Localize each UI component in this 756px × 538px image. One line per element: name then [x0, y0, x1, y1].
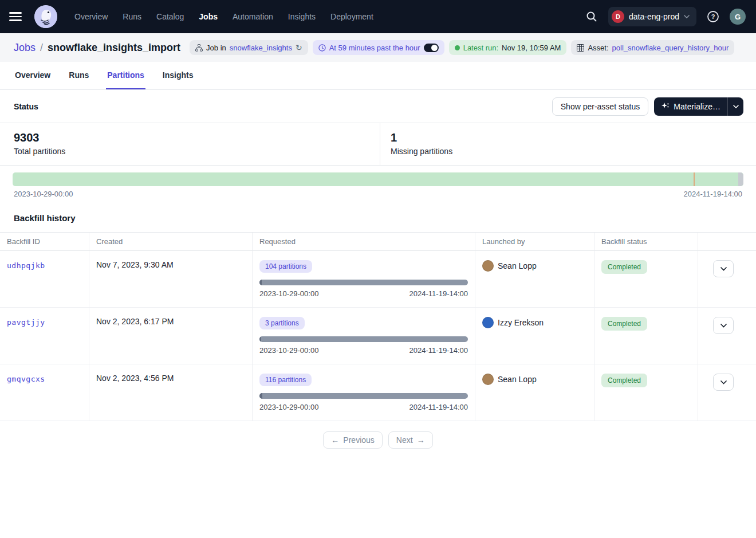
status-section-header: Status Show per-asset status Materialize…: [0, 90, 756, 123]
health-range-start: 2023-10-29-00:00: [14, 190, 73, 198]
backfill-status-cell: Completed: [594, 308, 698, 364]
range-start: 2023-10-29-00:00: [259, 403, 318, 411]
range-start: 2023-10-29-00:00: [259, 289, 318, 298]
created-cell: Nov 7, 2023, 9:30 AM: [89, 251, 252, 307]
backfill-id-link[interactable]: udhpqjkb: [7, 261, 45, 270]
table-row: udhpqjkb Nov 7, 2023, 9:30 AM 104 partit…: [0, 251, 756, 308]
chevron-down-icon: [684, 15, 690, 18]
requested-cell: 3 partitions 2023-10-29-00:00 2024-11-19…: [252, 308, 475, 364]
materialize-label: Materialize…: [674, 102, 720, 111]
dagster-logo-icon[interactable]: [34, 5, 57, 28]
asset-link[interactable]: poll_snowflake_query_history_hour: [612, 44, 729, 52]
latest-run-value[interactable]: Nov 19, 10:59 AM: [502, 44, 561, 52]
next-page-button[interactable]: Next →: [388, 431, 433, 449]
show-per-asset-status-button[interactable]: Show per-asset status: [552, 97, 649, 116]
nav-item[interactable]: Runs: [123, 12, 141, 21]
tab[interactable]: Overview: [14, 62, 52, 89]
page-title: snowflake_insights_import: [48, 42, 180, 54]
backfill-status-cell: Completed: [594, 364, 698, 421]
help-icon[interactable]: ?: [704, 8, 722, 25]
health-range-end: 2024-11-19-14:00: [684, 190, 742, 198]
previous-page-button[interactable]: ← Previous: [323, 431, 382, 449]
materialize-dropdown-button[interactable]: [727, 97, 743, 116]
user-avatar-icon: [482, 260, 494, 272]
launched-by-cell: Izzy Erekson: [475, 308, 594, 364]
row-expand-button[interactable]: [713, 317, 734, 334]
column-header: Launched by: [475, 233, 594, 250]
next-label: Next: [396, 435, 413, 445]
arrow-right-icon: →: [417, 435, 425, 445]
latest-run-label: Latest run:: [463, 44, 498, 52]
stat-cell: 9303 Total partitions: [0, 123, 380, 165]
launched-by-name: Izzy Erekson: [498, 318, 544, 327]
table-row: gmqvgcxs Nov 2, 2023, 4:56 PM 116 partit…: [0, 364, 756, 421]
table-row: pavgtjjy Nov 2, 2023, 6:17 PM 3 partitio…: [0, 308, 756, 364]
deployment-switcher[interactable]: D data-eng-prod: [608, 7, 696, 26]
schedule-label: At 59 minutes past the hour: [329, 44, 420, 52]
breadcrumb-separator: /: [40, 42, 43, 54]
requested-segment: [259, 280, 262, 285]
backfill-id-cell: pavgtjjy: [0, 308, 89, 364]
asset-badge: Asset: poll_snowflake_query_history_hour: [571, 40, 734, 55]
actions-cell: [698, 308, 756, 364]
partition-health-bar[interactable]: [13, 172, 743, 186]
column-header: [698, 233, 756, 250]
deployment-name: data-eng-prod: [629, 12, 679, 21]
materialize-split-button: Materialize…: [654, 97, 743, 116]
row-expand-button[interactable]: [713, 374, 734, 391]
backfill-id-link[interactable]: pavgtjjy: [7, 318, 45, 327]
user-avatar-icon: [482, 374, 494, 385]
search-icon[interactable]: [583, 8, 600, 25]
column-header: Backfill ID: [0, 233, 89, 250]
user-avatar[interactable]: G: [730, 9, 746, 25]
nav-item[interactable]: Overview: [74, 12, 108, 21]
backfill-range-bar: [259, 336, 468, 342]
schedule-toggle[interactable]: [424, 44, 439, 52]
column-header: Created: [89, 233, 252, 250]
refresh-icon[interactable]: ↻: [296, 43, 302, 52]
nav-item[interactable]: Deployment: [330, 12, 373, 21]
run-status-dot-icon: [455, 45, 460, 50]
requested-partitions-badge: 116 partitions: [259, 374, 312, 386]
created-cell: Nov 2, 2023, 4:56 PM: [89, 364, 252, 421]
tab[interactable]: Partitions: [106, 62, 145, 89]
backfill-id-cell: gmqvgcxs: [0, 364, 89, 421]
primary-nav: Overview Runs Catalog Jobs Automation In…: [74, 12, 373, 21]
menu-icon[interactable]: [9, 9, 25, 25]
tab[interactable]: Insights: [162, 62, 195, 89]
nav-item[interactable]: Jobs: [199, 12, 218, 21]
column-header: Requested: [252, 233, 475, 250]
grid-table-icon: [577, 44, 584, 52]
nav-item[interactable]: Insights: [288, 12, 316, 21]
missing-partition-segment: [738, 172, 743, 186]
job-group-link[interactable]: snowflake_insights: [230, 44, 292, 52]
partition-health: 2023-10-29-00:00 2024-11-19-14:00: [0, 166, 756, 198]
job-badge-prefix: Job in: [206, 44, 226, 52]
range-end: 2024-11-19-14:00: [410, 346, 468, 355]
backfill-id-link[interactable]: gmqvgcxs: [7, 375, 45, 383]
nav-item[interactable]: Catalog: [156, 12, 184, 21]
tab[interactable]: Runs: [68, 62, 90, 89]
backfill-history-title: Backfill history: [0, 198, 756, 232]
launched-by-name: Sean Lopp: [498, 261, 537, 270]
arrow-left-icon: ←: [331, 435, 339, 445]
materialize-button[interactable]: Materialize…: [654, 97, 727, 116]
pagination: ← Previous Next →: [0, 421, 756, 459]
schedule-badge: At 59 minutes past the hour: [313, 40, 444, 55]
range-end: 2024-11-19-14:00: [410, 403, 468, 411]
breadcrumb-jobs-link[interactable]: Jobs: [14, 42, 36, 54]
partition-stats: 9303 Total partitions 1 Missing partitio…: [0, 123, 756, 166]
status-badge: Completed: [601, 317, 647, 331]
range-end: 2024-11-19-14:00: [410, 289, 468, 298]
backfill-table-header: Backfill ID Created Requested Launched b…: [0, 232, 756, 251]
status-badge: Completed: [601, 260, 647, 274]
requested-partitions-badge: 104 partitions: [259, 260, 312, 273]
row-expand-button[interactable]: [713, 260, 734, 277]
backfill-range-bar: [259, 393, 468, 399]
status-title: Status: [14, 102, 38, 111]
stat-value: 9303: [14, 131, 366, 144]
backfill-status-cell: Completed: [594, 251, 698, 307]
latest-run-badge: Latest run: Nov 19, 10:59 AM: [449, 40, 567, 55]
launched-by-name: Sean Lopp: [498, 375, 537, 384]
nav-item[interactable]: Automation: [233, 12, 273, 21]
